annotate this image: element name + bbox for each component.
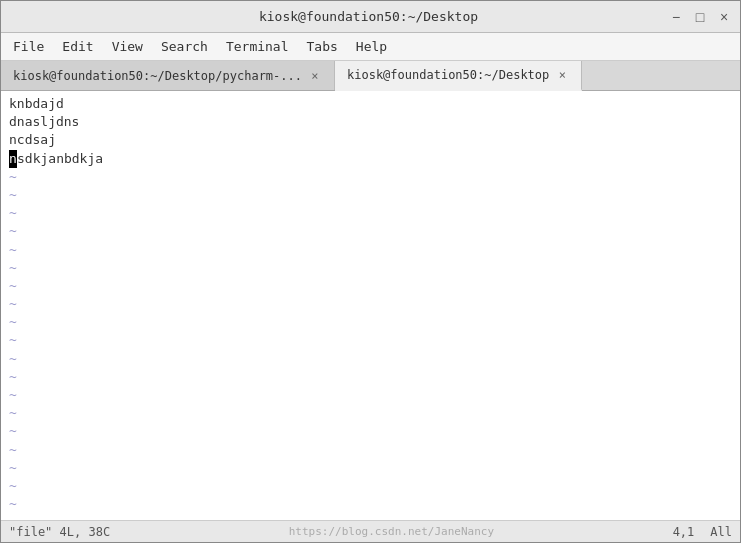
editor-line-tilde-19: ~ xyxy=(9,441,732,459)
menu-bar: File Edit View Search Terminal Tabs Help xyxy=(1,33,740,61)
editor-line-0: knbdajd xyxy=(9,95,732,113)
status-bar: "file" 4L, 38C https://blog.csdn.net/Jan… xyxy=(1,520,740,542)
editor-line-tilde-13: ~ xyxy=(9,331,732,349)
editor-line-tilde-21: ~ xyxy=(9,477,732,495)
menu-help[interactable]: Help xyxy=(348,36,395,57)
menu-tabs[interactable]: Tabs xyxy=(299,36,346,57)
editor-line-tilde-7: ~ xyxy=(9,222,732,240)
editor-line-tilde-14: ~ xyxy=(9,350,732,368)
tab-0-label: kiosk@foundation50:~/Desktop/pycharm-... xyxy=(13,69,302,83)
tab-1[interactable]: kiosk@foundation50:~/Desktop × xyxy=(335,61,582,91)
editor-line-tilde-9: ~ xyxy=(9,259,732,277)
window-controls: − □ × xyxy=(668,9,732,25)
editor-line-tilde-23: ~ xyxy=(9,513,732,520)
editor-area[interactable]: knbdajd dnasljdns ncdsaj nsdkjanbdkja ~ … xyxy=(1,91,740,520)
editor-line-tilde-8: ~ xyxy=(9,241,732,259)
watermark: https://blog.csdn.net/JaneNancy xyxy=(289,525,494,538)
cursor: n xyxy=(9,150,17,168)
tab-0[interactable]: kiosk@foundation50:~/Desktop/pycharm-...… xyxy=(1,61,335,90)
editor-line-tilde-16: ~ xyxy=(9,386,732,404)
editor-line-tilde-20: ~ xyxy=(9,459,732,477)
window-title: kiosk@foundation50:~/Desktop xyxy=(69,9,668,24)
menu-terminal[interactable]: Terminal xyxy=(218,36,297,57)
editor-line-tilde-15: ~ xyxy=(9,368,732,386)
editor-line-tilde-22: ~ xyxy=(9,495,732,513)
tab-1-label: kiosk@foundation50:~/Desktop xyxy=(347,68,549,82)
tab-1-close[interactable]: × xyxy=(555,68,569,82)
scroll-position: All xyxy=(710,525,732,539)
maximize-button[interactable]: □ xyxy=(692,9,708,25)
minimize-button[interactable]: − xyxy=(668,9,684,25)
menu-view[interactable]: View xyxy=(104,36,151,57)
title-bar: kiosk@foundation50:~/Desktop − □ × xyxy=(1,1,740,33)
editor-line-tilde-12: ~ xyxy=(9,313,732,331)
editor-line-2: ncdsaj xyxy=(9,131,732,149)
terminal-window: kiosk@foundation50:~/Desktop − □ × File … xyxy=(0,0,741,543)
tab-0-close[interactable]: × xyxy=(308,69,322,83)
close-button[interactable]: × xyxy=(716,9,732,25)
menu-search[interactable]: Search xyxy=(153,36,216,57)
menu-edit[interactable]: Edit xyxy=(54,36,101,57)
cursor-position: 4,1 xyxy=(673,525,695,539)
file-info: "file" 4L, 38C xyxy=(9,525,110,539)
editor-line-tilde-4: ~ xyxy=(9,168,732,186)
editor-line-3: nsdkjanbdkja xyxy=(9,150,732,168)
editor-line-tilde-11: ~ xyxy=(9,295,732,313)
editor-content: knbdajd dnasljdns ncdsaj nsdkjanbdkja ~ … xyxy=(1,91,740,520)
editor-line-tilde-6: ~ xyxy=(9,204,732,222)
editor-line-1: dnasljdns xyxy=(9,113,732,131)
editor-line-tilde-17: ~ xyxy=(9,404,732,422)
editor-line-tilde-18: ~ xyxy=(9,422,732,440)
editor-line-tilde-5: ~ xyxy=(9,186,732,204)
menu-file[interactable]: File xyxy=(5,36,52,57)
editor-line-tilde-10: ~ xyxy=(9,277,732,295)
tab-bar: kiosk@foundation50:~/Desktop/pycharm-...… xyxy=(1,61,740,91)
